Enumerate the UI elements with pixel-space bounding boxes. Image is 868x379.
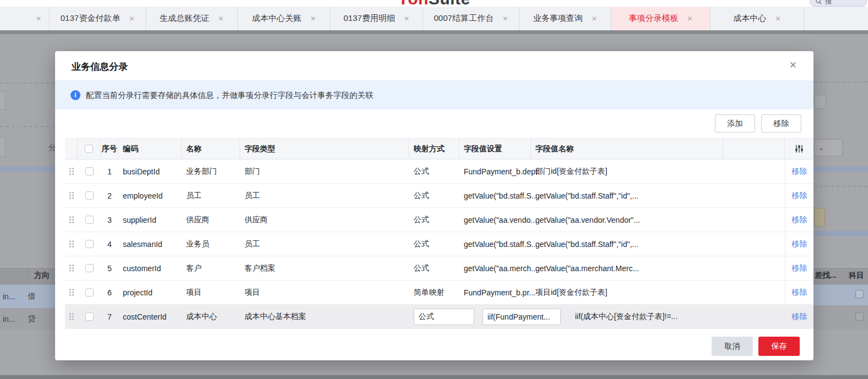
cell-field-type: 客户档案 — [240, 256, 409, 280]
table-row[interactable]: 1 busiDeptId 业务部门 部门 公式 FundPayment_b.de… — [65, 160, 813, 184]
cell-mapping: 公式 — [409, 232, 459, 256]
cell-mapping: 公式 — [409, 256, 459, 280]
row-checkbox[interactable] — [85, 240, 94, 248]
cancel-button[interactable]: 取消 — [712, 337, 753, 356]
modal-close-icon[interactable]: ✕ — [789, 59, 797, 71]
cell-value-name: getValue("bd.staff.Staff","id",... — [531, 184, 723, 207]
cell-no: 7 — [101, 305, 118, 328]
cell-mapping: 公式 — [409, 208, 459, 232]
bg-input-fragment — [0, 91, 6, 110]
field-value-setting-input[interactable] — [482, 309, 561, 325]
cell-field-type: 项目 — [240, 281, 409, 304]
header-code: 编码 — [118, 139, 182, 159]
info-icon: i — [70, 90, 80, 100]
row-checkbox[interactable] — [85, 312, 94, 321]
close-icon[interactable]: ✕ — [36, 15, 41, 23]
tab-partial[interactable]: ✕ — [0, 7, 50, 30]
row-checkbox[interactable] — [85, 191, 94, 200]
close-icon[interactable]: ✕ — [310, 15, 316, 23]
bg-checkbox — [855, 290, 864, 298]
remove-row-link[interactable]: 移除 — [792, 312, 807, 322]
header-mapping: 映射方式 — [409, 139, 459, 159]
row-checkbox[interactable] — [85, 264, 94, 272]
remove-row-link[interactable]: 移除 — [792, 167, 807, 177]
close-icon[interactable]: ✕ — [775, 15, 780, 23]
cell-no: 2 — [101, 184, 118, 207]
save-button[interactable]: 保存 — [758, 337, 800, 356]
global-search[interactable]: 报 — [810, 0, 867, 7]
cell-code: employeeId — [118, 184, 182, 207]
remove-row-link[interactable]: 移除 — [792, 239, 807, 249]
bg-row-stripe — [813, 231, 868, 236]
tab-generate-ledger-voucher[interactable]: 生成总账凭证✕ — [146, 7, 238, 30]
remove-button[interactable]: 移除 — [761, 114, 801, 133]
remove-row-link[interactable]: 移除 — [792, 191, 807, 201]
cell-no: 6 — [101, 281, 118, 304]
tab-settlement-workbench-0007[interactable]: 0007结算工作台✕ — [423, 7, 519, 30]
tab-entry-template-active[interactable]: 事项分录模板✕ — [611, 7, 710, 30]
cell-name: 项目 — [182, 281, 240, 304]
close-icon[interactable]: ✕ — [502, 15, 508, 23]
bg-input-fragment — [0, 137, 6, 157]
close-icon[interactable]: ✕ — [218, 15, 224, 23]
cell-code: salesmanId — [118, 232, 182, 256]
add-button[interactable]: 添加 — [715, 114, 755, 133]
close-icon[interactable]: ✕ — [687, 15, 692, 23]
logo-text-dark: Suite — [428, 0, 470, 7]
column-settings-icon[interactable] — [794, 144, 804, 153]
select-all-checkbox[interactable] — [85, 145, 93, 153]
table-row[interactable]: 5 customerId 客户 客户档案 公式 getValue("aa.mer… — [65, 256, 813, 281]
drag-handle-icon[interactable] — [69, 264, 74, 272]
chevron-down-icon: ⌄ — [818, 144, 824, 152]
cell-value-setting: getValue("bd.staff.S... — [459, 232, 531, 256]
cell-name: 业务员 — [182, 232, 240, 256]
remove-row-link[interactable]: 移除 — [792, 288, 807, 298]
table-row[interactable]: 3 supplierId 供应商 供应商 公式 getValue("aa.ven… — [65, 208, 813, 232]
tab-fund-payment-0137[interactable]: 0137资金付款单✕ — [50, 7, 146, 30]
tab-expense-detail-0137[interactable]: 0137费用明细✕ — [330, 7, 423, 30]
bg-row-stripe — [813, 167, 868, 172]
drag-handle-icon[interactable] — [69, 240, 74, 248]
modal-title: 业务信息分录 — [72, 61, 128, 73]
table-header-row: 序号 编码 名称 字段类型 映射方式 字段值设置 字段值名称 — [65, 138, 813, 160]
bg-col-direction: 方向 — [34, 271, 50, 281]
cell-no: 5 — [101, 256, 118, 280]
row-checkbox[interactable] — [85, 288, 94, 296]
table-row-editing[interactable]: 7 costCenterId 成本中心 成本中心基本档案 iif(成本中心[资金… — [65, 305, 813, 329]
drag-handle-icon[interactable] — [69, 191, 74, 200]
drag-handle-icon[interactable] — [69, 216, 74, 224]
drag-handle-icon[interactable] — [69, 312, 74, 321]
remove-row-link[interactable]: 移除 — [792, 215, 807, 225]
close-icon[interactable]: ✕ — [129, 15, 134, 23]
page-divider-strip — [0, 30, 868, 34]
table-row[interactable]: 6 projectId 项目 项目 简单映射 FundPayment_b.pr.… — [65, 281, 813, 305]
table-row[interactable]: 4 salesmanId 业务员 员工 公式 getValue("bd.staf… — [65, 232, 813, 256]
tab-bar: ✕ 0137资金付款单✕ 生成总账凭证✕ 成本中心关账✕ 0137费用明细✕ 0… — [0, 7, 868, 30]
header-checkbox-cell — [78, 139, 101, 159]
tab-cost-center-closing[interactable]: 成本中心关账✕ — [238, 7, 330, 30]
cell-code: supplierId — [118, 208, 182, 232]
search-hint: 报 — [825, 0, 832, 6]
tab-business-item-query[interactable]: 业务事项查询✕ — [519, 7, 611, 30]
bg-dashed-line — [0, 126, 55, 127]
row-checkbox[interactable] — [85, 167, 94, 175]
remove-row-link[interactable]: 移除 — [792, 263, 807, 273]
drag-handle-icon[interactable] — [69, 288, 74, 296]
cell-value-setting: getValue("aa.vendo... — [459, 208, 531, 232]
bg-row-debit: in...借 — [0, 284, 55, 308]
cell-value-setting: FundPayment_b.pr... — [459, 281, 531, 304]
cell-mapping: 公式 — [409, 160, 459, 183]
cell-no: 3 — [101, 208, 118, 232]
info-banner-text: 配置当前分录行需要存储的具体信息，并做事项分录行字段与会计事务字段的关联 — [86, 90, 373, 101]
close-icon[interactable]: ✕ — [592, 15, 597, 23]
cell-name: 供应商 — [182, 208, 240, 232]
info-banner: i 配置当前分录行需要存储的具体信息，并做事项分录行字段与会计事务字段的关联 — [55, 81, 813, 109]
cell-value-setting: getValue("bd.staff.S... — [459, 184, 531, 207]
row-checkbox[interactable] — [85, 216, 94, 224]
tab-cost-center[interactable]: 成本中心✕ — [710, 7, 804, 30]
cell-name: 客户 — [182, 256, 240, 280]
close-icon[interactable]: ✕ — [404, 15, 409, 23]
table-row[interactable]: 2 employeeId 员工 员工 公式 getValue("bd.staff… — [65, 184, 813, 208]
mapping-method-input[interactable] — [414, 309, 474, 325]
drag-handle-icon[interactable] — [69, 167, 74, 175]
